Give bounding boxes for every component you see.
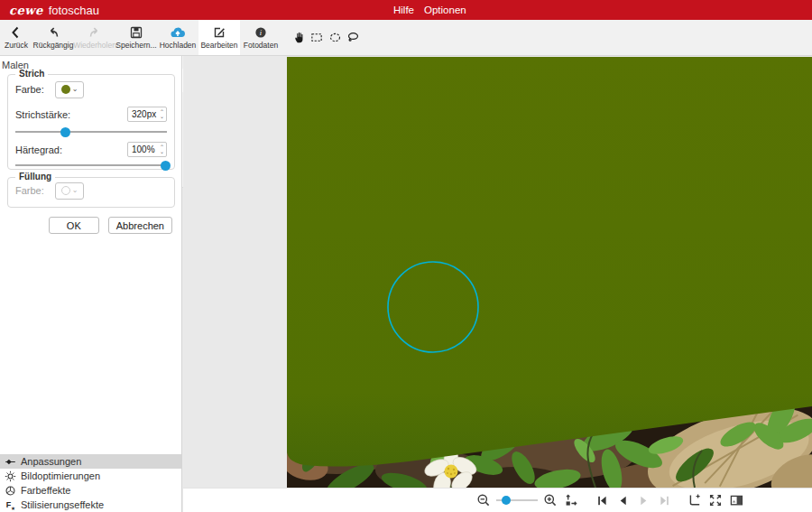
upload-button[interactable]: Hochladen	[157, 20, 198, 55]
canvas-workspace[interactable]	[183, 56, 812, 488]
selection-tools	[291, 20, 361, 55]
stroke-color-dropdown[interactable]: ⌄	[55, 81, 84, 98]
chevron-down-icon: ⌄	[72, 86, 78, 93]
undo-label: Rückgängig	[33, 41, 74, 50]
menu-hilfe[interactable]: Hilfe	[388, 0, 420, 20]
product-name: fotoschau	[49, 4, 99, 17]
dialog-buttons: OK Abbrechen	[0, 217, 172, 234]
app-window: cewe fotoschau Hilfe Optionen Zurück Rüc…	[0, 0, 812, 512]
hardness-value: 100%	[132, 144, 160, 154]
stroke-width-row: Strichstärke: 320px ⌃⌄	[15, 107, 167, 122]
category-label: Anpassungen	[21, 456, 81, 467]
ellipse-marquee-icon	[328, 31, 342, 44]
photo-image	[287, 57, 812, 488]
category-label: Farbeffekte	[21, 485, 70, 496]
category-label: Bildoptimierungen	[21, 470, 100, 481]
undo-button[interactable]: Rückgängig	[32, 20, 74, 55]
photodata-tab[interactable]: i Fotodaten	[240, 20, 281, 55]
nav-last-button[interactable]	[656, 492, 672, 508]
nav-next-button[interactable]	[635, 492, 651, 508]
stroke-color-label: Farbe:	[15, 84, 44, 95]
paint-stroke	[287, 57, 812, 467]
save-button[interactable]: Speichern...	[115, 20, 157, 55]
save-label: Speichern...	[115, 41, 156, 50]
category-list: Anpassungen Bildoptimierungen Farbeffekt…	[0, 454, 181, 512]
hardness-slider[interactable]	[15, 160, 167, 171]
zoom-slider[interactable]	[496, 495, 538, 506]
stroke-legend: Strich	[15, 69, 48, 79]
redo-icon	[88, 24, 102, 40]
category-label: Stilisierungseffekte	[21, 499, 104, 510]
fullscreen-button[interactable]	[707, 492, 724, 508]
cancel-button[interactable]: Abbrechen	[108, 217, 172, 234]
slider-track	[15, 131, 167, 133]
viewer-bottom-bar	[183, 488, 812, 512]
edit-tab[interactable]: Bearbeiten	[198, 20, 240, 55]
hand-tool[interactable]	[291, 26, 307, 50]
stroke-width-value: 320px	[132, 109, 160, 119]
fill-legend: Füllung	[15, 172, 55, 182]
slider-thumb[interactable]	[60, 127, 70, 137]
zoom-out-button[interactable]	[475, 492, 492, 508]
back-icon	[9, 24, 23, 40]
stroke-width-spinner[interactable]: 320px ⌃⌄	[127, 107, 167, 122]
undo-icon	[46, 24, 60, 40]
app-logo: cewe fotoschau	[9, 4, 99, 17]
lasso-icon	[346, 31, 360, 44]
compare-view-button[interactable]	[728, 492, 744, 508]
f-star-icon: F★	[4, 498, 16, 511]
edit-label: Bearbeiten	[200, 41, 237, 50]
category-farbeffekte[interactable]: Farbeffekte	[0, 483, 181, 498]
color-wheel-icon	[4, 484, 16, 497]
stroke-color-swatch	[61, 85, 70, 94]
hand-icon	[292, 31, 306, 44]
stroke-width-slider[interactable]	[15, 126, 167, 137]
menu-optionen[interactable]: Optionen	[419, 0, 472, 20]
spinner-arrows-icon[interactable]: ⌃⌄	[160, 110, 164, 119]
slider-thumb[interactable]	[161, 161, 171, 171]
crop-button[interactable]	[687, 492, 703, 508]
photo-canvas[interactable]	[287, 57, 812, 488]
title-bar: cewe fotoschau Hilfe Optionen	[0, 0, 812, 20]
zoom-step-button[interactable]	[563, 492, 579, 508]
category-anpassungen[interactable]: Anpassungen	[0, 454, 181, 469]
svg-text:★: ★	[10, 505, 14, 510]
redo-button[interactable]: Wiederholen	[74, 20, 115, 55]
nav-prev-button[interactable]	[614, 492, 631, 508]
viewer-controls	[475, 492, 744, 508]
upload-cloud-icon	[170, 24, 186, 40]
tune-icon	[4, 455, 16, 468]
chevron-down-icon: ⌄	[72, 187, 78, 194]
brand-logo: cewe	[9, 4, 43, 17]
hardness-row: Härtegrad: 100% ⌃⌄	[15, 142, 167, 157]
zoom-slider-thumb[interactable]	[502, 496, 511, 505]
photodata-label: Fotodaten	[244, 41, 278, 50]
paint-panel: Malen Strich Farbe: ⌄ Strichstärke: 320p…	[0, 56, 182, 512]
slider-track	[15, 164, 167, 166]
hardness-label: Härtegrad:	[15, 144, 62, 155]
category-bildoptimierungen[interactable]: Bildoptimierungen	[0, 469, 181, 483]
ellipse-select-tool[interactable]	[327, 26, 343, 50]
stroke-color-row: Farbe: ⌄	[15, 84, 167, 95]
edit-icon	[212, 24, 226, 40]
save-icon	[129, 24, 143, 40]
back-button[interactable]: Zurück	[0, 20, 32, 55]
hardness-spinner[interactable]: 100% ⌃⌄	[127, 142, 167, 157]
redo-label: Wiederholen	[73, 41, 116, 50]
info-icon: i	[254, 24, 268, 40]
stroke-width-label: Strichstärke:	[15, 109, 70, 120]
spinner-arrows-icon[interactable]: ⌃⌄	[160, 145, 164, 154]
lasso-select-tool[interactable]	[345, 26, 361, 50]
main-toolbar: Zurück Rückgängig Wiederholen Speichern.…	[0, 20, 812, 56]
zoom-in-button[interactable]	[542, 492, 558, 508]
fill-group: Füllung Farbe: ⌄	[7, 177, 175, 208]
fill-color-dropdown[interactable]: ⌄	[55, 182, 84, 200]
upload-label: Hochladen	[160, 41, 197, 50]
fill-color-row: Farbe: ⌄	[15, 185, 167, 196]
rect-select-tool[interactable]	[309, 26, 325, 50]
ok-button[interactable]: OK	[49, 217, 99, 234]
nav-first-button[interactable]	[594, 492, 610, 508]
category-stilisierungseffekte[interactable]: F★ Stilisierungseffekte	[0, 498, 181, 512]
stroke-group: Strich Farbe: ⌄ Strichstärke: 320px ⌃⌄	[7, 74, 175, 170]
fill-color-swatch	[61, 186, 70, 195]
